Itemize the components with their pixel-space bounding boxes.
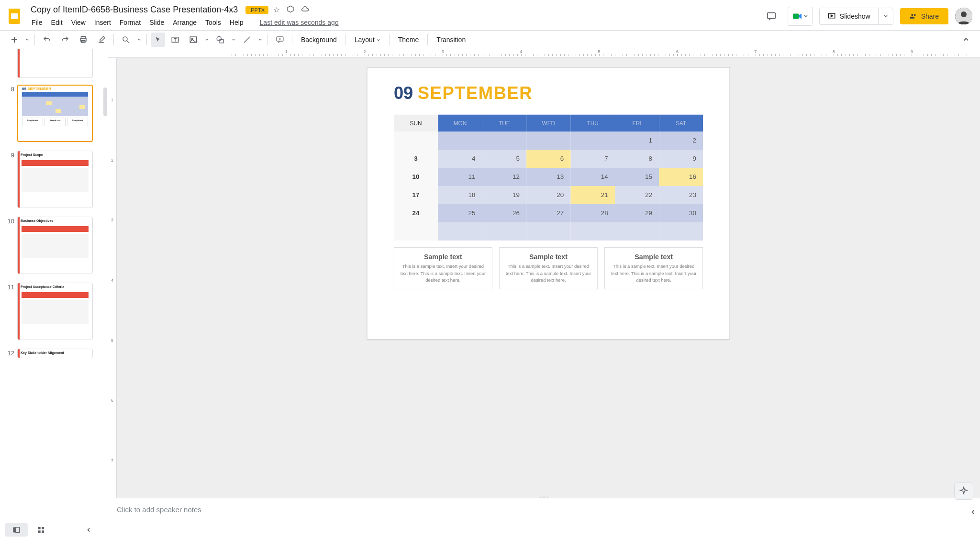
calendar-cell[interactable] xyxy=(571,222,615,241)
slideshow-dropdown[interactable] xyxy=(878,8,893,24)
line-dropdown[interactable] xyxy=(257,33,264,47)
slide-thumb[interactable]: Key Stakeholder Alignment xyxy=(17,349,93,358)
calendar-cell[interactable]: 2 xyxy=(659,132,703,150)
calendar-cell[interactable] xyxy=(394,222,438,241)
filmstrip[interactable]: 809 SEPTEMBERSample textSample textSampl… xyxy=(0,49,108,521)
share-button[interactable]: Share xyxy=(900,8,948,24)
comment-tool[interactable] xyxy=(272,33,288,47)
slide-thumb[interactable]: Project Scope xyxy=(17,151,93,208)
calendar-cell[interactable]: 16 xyxy=(659,168,703,186)
menu-insert[interactable]: Insert xyxy=(90,17,115,28)
calendar-cell[interactable] xyxy=(615,222,659,241)
calendar-cell[interactable] xyxy=(438,222,482,241)
slide-thumb[interactable]: 09 SEPTEMBERSample textSample textSample… xyxy=(17,85,93,142)
paint-format-button[interactable] xyxy=(93,33,110,47)
grid-view-button[interactable] xyxy=(30,523,53,537)
calendar-cell[interactable]: 29 xyxy=(615,204,659,222)
collapse-filmstrip-button[interactable] xyxy=(78,524,100,536)
slide-thumb[interactable] xyxy=(17,49,93,78)
theme-button[interactable]: Theme xyxy=(393,33,424,46)
calendar-cell[interactable]: 17 xyxy=(394,186,438,204)
slide-thumb[interactable]: Project Acceptance Criteria xyxy=(17,283,93,340)
zoom-dropdown[interactable] xyxy=(136,33,143,47)
background-button[interactable]: Background xyxy=(296,33,342,46)
slides-logo[interactable] xyxy=(5,7,24,26)
menu-edit[interactable]: Edit xyxy=(47,17,67,28)
shape-tool[interactable] xyxy=(212,33,228,47)
calendar-cell[interactable]: 10 xyxy=(394,168,438,186)
filmstrip-view-button[interactable] xyxy=(5,523,28,537)
line-tool[interactable] xyxy=(239,33,255,47)
menu-format[interactable]: Format xyxy=(116,17,145,28)
calendar-cell[interactable]: 22 xyxy=(615,186,659,204)
image-tool[interactable] xyxy=(185,33,201,47)
calendar-cell[interactable]: 8 xyxy=(615,150,659,168)
sample-box[interactable]: Sample textThis is a sample text. Insert… xyxy=(604,247,703,289)
calendar-cell[interactable] xyxy=(526,132,570,150)
explore-button[interactable] xyxy=(954,483,973,500)
calendar-cell[interactable]: 13 xyxy=(526,168,570,186)
calendar-cell[interactable]: 4 xyxy=(438,150,482,168)
transition-button[interactable]: Transition xyxy=(432,33,470,46)
select-tool[interactable] xyxy=(151,33,165,47)
calendar-cell[interactable]: 28 xyxy=(571,204,615,222)
calendar-cell[interactable]: 5 xyxy=(482,150,526,168)
sample-box[interactable]: Sample textThis is a sample text. Insert… xyxy=(499,247,598,289)
new-slide-dropdown[interactable] xyxy=(24,33,31,47)
side-panel-collapse[interactable] xyxy=(968,506,979,518)
comments-icon[interactable] xyxy=(762,7,781,26)
calendar-cell[interactable]: 11 xyxy=(438,168,482,186)
slide-canvas[interactable]: 09 SEPTEMBER SUNMONTUEWEDTHUFRISAT 12345… xyxy=(367,67,730,340)
star-icon[interactable]: ☆ xyxy=(273,5,280,14)
sample-box[interactable]: Sample textThis is a sample text. Insert… xyxy=(394,247,492,289)
menu-tools[interactable]: Tools xyxy=(201,17,225,28)
cloud-icon[interactable] xyxy=(301,5,310,14)
calendar-cell[interactable]: 19 xyxy=(482,186,526,204)
calendar-cell[interactable]: 6 xyxy=(526,150,570,168)
slideshow-button[interactable]: Slideshow xyxy=(820,8,878,24)
notes-resize-handle[interactable] xyxy=(535,496,554,499)
menu-file[interactable]: File xyxy=(28,17,46,28)
user-avatar[interactable] xyxy=(955,8,972,25)
move-icon[interactable] xyxy=(287,5,294,14)
collapse-toolbar-button[interactable] xyxy=(959,33,973,47)
calendar-cell[interactable]: 24 xyxy=(394,204,438,222)
redo-button[interactable] xyxy=(57,33,73,47)
calendar-cell[interactable]: 23 xyxy=(659,186,703,204)
menu-help[interactable]: Help xyxy=(226,17,247,28)
textbox-tool[interactable] xyxy=(167,33,183,47)
undo-button[interactable] xyxy=(39,33,55,47)
calendar-cell[interactable]: 1 xyxy=(615,132,659,150)
calendar-cell[interactable]: 12 xyxy=(482,168,526,186)
calendar-cell[interactable] xyxy=(482,222,526,241)
layout-button[interactable]: Layout xyxy=(350,33,385,46)
menu-slide[interactable]: Slide xyxy=(145,17,168,28)
menu-arrange[interactable]: Arrange xyxy=(169,17,200,28)
calendar-cell[interactable]: 9 xyxy=(659,150,703,168)
menu-view[interactable]: View xyxy=(67,17,89,28)
calendar-cell[interactable] xyxy=(482,132,526,150)
speaker-notes[interactable]: Click to add speaker notes xyxy=(108,498,980,521)
calendar-cell[interactable]: 3 xyxy=(394,150,438,168)
doc-title[interactable]: Copy of ItemID-6658-Business Case Presen… xyxy=(28,4,241,16)
slide-thumb[interactable]: Business Objectives xyxy=(17,217,93,274)
image-dropdown[interactable] xyxy=(203,33,210,47)
calendar-cell[interactable]: 25 xyxy=(438,204,482,222)
last-edit-link[interactable]: Last edit was seconds ago xyxy=(256,17,343,28)
calendar-cell[interactable]: 26 xyxy=(482,204,526,222)
calendar-cell[interactable]: 30 xyxy=(659,204,703,222)
shape-dropdown[interactable] xyxy=(230,33,237,47)
calendar-cell[interactable] xyxy=(526,222,570,241)
calendar-cell[interactable] xyxy=(571,132,615,150)
calendar-cell[interactable] xyxy=(394,132,438,150)
print-button[interactable] xyxy=(75,33,91,47)
calendar-cell[interactable]: 20 xyxy=(526,186,570,204)
calendar-cell[interactable] xyxy=(659,222,703,241)
calendar-cell[interactable]: 21 xyxy=(571,186,615,204)
calendar-cell[interactable]: 27 xyxy=(526,204,570,222)
calendar-table[interactable]: SUNMONTUEWEDTHUFRISAT 123456789101112131… xyxy=(394,115,703,241)
calendar-cell[interactable]: 18 xyxy=(438,186,482,204)
scrollbar-thumb[interactable] xyxy=(103,88,107,116)
new-slide-button[interactable] xyxy=(7,33,22,47)
zoom-button[interactable] xyxy=(118,33,134,47)
